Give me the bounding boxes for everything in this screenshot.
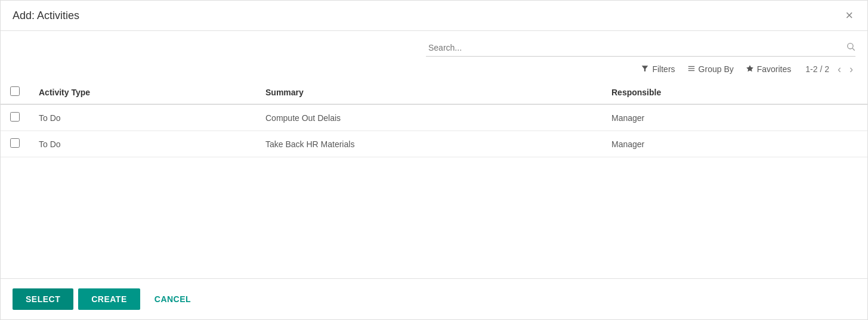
table-body: To Do Compute Out Delais Manager To Do T… (1, 104, 867, 157)
select-button[interactable]: SELECT (13, 288, 73, 310)
select-all-checkbox[interactable] (10, 86, 20, 96)
row-responsible: Manager (602, 131, 867, 157)
filters-button[interactable]: Filters (641, 64, 675, 74)
favorites-button[interactable]: Favorites (746, 64, 792, 74)
row-summary: Compute Out Delais (256, 104, 602, 131)
row-checkbox-cell (1, 131, 29, 157)
svg-point-0 (848, 44, 853, 49)
dialog-footer: SELECT CREATE CANCEL (1, 278, 867, 319)
row-responsible: Manager (602, 104, 867, 131)
filter-icon (641, 64, 649, 74)
favorites-label: Favorites (757, 64, 792, 74)
svg-marker-6 (746, 65, 753, 72)
next-page-button[interactable]: › (847, 64, 855, 74)
pagination-text: 1-2 / 2 (805, 64, 829, 74)
controls-row: Filters Group By Favorit (1, 61, 867, 80)
favorites-icon (746, 64, 754, 74)
add-activities-dialog: Add: Activities × Filters (0, 0, 868, 320)
filters-label: Filters (652, 64, 675, 74)
dialog-header: Add: Activities × (1, 1, 867, 31)
groupby-button[interactable]: Group By (687, 64, 734, 74)
search-container (426, 39, 855, 57)
row-activity-type: To Do (29, 131, 256, 157)
row-activity-type: To Do (29, 104, 256, 131)
header-summary: Summary (256, 80, 602, 104)
groupby-label: Group By (699, 64, 734, 74)
row-summary: Take Back HR Materials (256, 131, 602, 157)
search-bar-row (1, 31, 867, 61)
row-checkbox-1[interactable] (10, 138, 20, 148)
cancel-button[interactable]: CANCEL (145, 288, 200, 310)
header-checkbox-cell (1, 80, 29, 104)
create-button[interactable]: CREATE (78, 288, 140, 310)
controls-left: Filters Group By Favorit (641, 64, 791, 74)
close-button[interactable]: × (843, 9, 855, 22)
table-header-row: Activity Type Summary Responsible (1, 80, 867, 104)
header-responsible: Responsible (602, 80, 867, 104)
search-input[interactable] (426, 42, 846, 54)
groupby-icon (687, 64, 696, 74)
table-row: To Do Compute Out Delais Manager (1, 104, 867, 131)
search-icon (846, 42, 855, 54)
activities-table: Activity Type Summary Responsible To Do … (1, 80, 867, 157)
dialog-title: Add: Activities (13, 10, 79, 22)
svg-marker-2 (642, 66, 648, 71)
header-activity-type: Activity Type (29, 80, 256, 104)
table-container: Activity Type Summary Responsible To Do … (1, 80, 867, 278)
prev-page-button[interactable]: ‹ (835, 64, 844, 74)
pagination-controls: 1-2 / 2 ‹ › (805, 64, 855, 74)
svg-line-1 (852, 48, 855, 51)
row-checkbox-0[interactable] (10, 112, 20, 122)
table-row: To Do Take Back HR Materials Manager (1, 131, 867, 157)
row-checkbox-cell (1, 104, 29, 131)
